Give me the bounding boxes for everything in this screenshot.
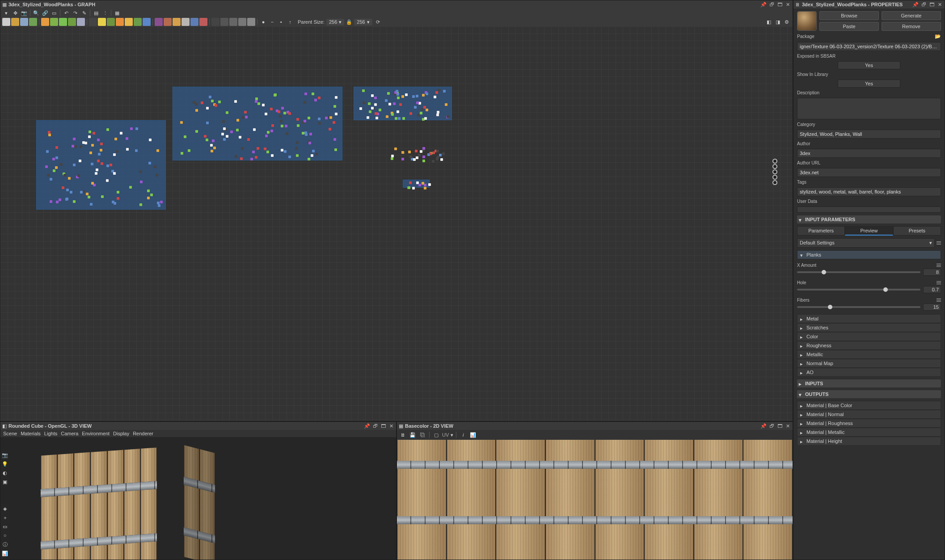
pin-icon[interactable]: 📌	[760, 1, 767, 8]
preset-select[interactable]: Default Settings ▾	[797, 238, 935, 248]
maximize-icon[interactable]: 🗖	[776, 1, 783, 8]
graph-node[interactable]	[296, 154, 299, 157]
graph-node[interactable]	[414, 106, 417, 109]
author-field[interactable]: 3dex	[797, 149, 941, 158]
graph-node[interactable]	[100, 149, 102, 152]
graph-node[interactable]	[408, 186, 410, 189]
graph-node[interactable]	[66, 189, 69, 191]
graph-node[interactable]	[297, 124, 300, 127]
graph-node[interactable]	[304, 131, 307, 134]
graph-node[interactable]	[434, 96, 436, 98]
graph-node[interactable]	[84, 142, 87, 144]
graph-node[interactable]	[325, 117, 328, 119]
x-amount-slider[interactable]	[797, 271, 920, 273]
graph-node[interactable]	[435, 91, 438, 94]
graph-node[interactable]	[428, 183, 431, 186]
graph-node[interactable]	[55, 146, 58, 149]
graph-node[interactable]	[369, 110, 371, 113]
graph-node[interactable]	[222, 120, 225, 123]
graph-node[interactable]	[253, 128, 256, 131]
graph-node[interactable]	[244, 111, 247, 114]
settings-icon[interactable]: ⚙	[783, 18, 791, 26]
graph-node[interactable]	[209, 96, 211, 98]
graph-node[interactable]	[156, 174, 158, 177]
graph-node[interactable]	[77, 174, 80, 177]
graph-node[interactable]	[160, 201, 163, 203]
graph-node[interactable]	[195, 130, 198, 133]
graph-node[interactable]	[309, 133, 312, 135]
hamburger-icon[interactable]	[937, 299, 941, 302]
graph-node[interactable]	[47, 174, 50, 177]
menu-scene[interactable]: Scene	[3, 431, 17, 436]
graph-node[interactable]	[83, 190, 85, 193]
graph-node[interactable]	[274, 93, 277, 96]
swatch-7[interactable]	[98, 18, 106, 26]
graph-node[interactable]	[318, 122, 321, 125]
group-normal-map[interactable]: ▸Normal Map	[797, 359, 941, 368]
graph-node[interactable]	[88, 135, 91, 138]
graph-node[interactable]	[308, 158, 310, 160]
graph-node[interactable]	[401, 158, 404, 160]
graph-node[interactable]	[52, 158, 55, 160]
swatch-3[interactable]	[59, 18, 67, 26]
output-material-roughness[interactable]: ▸Material | Roughness	[797, 419, 941, 428]
output-material-metallic[interactable]: ▸Material | Metallic	[797, 428, 941, 437]
graph-node[interactable]	[158, 204, 160, 207]
graph-node[interactable]	[318, 118, 321, 120]
graph-node[interactable]	[147, 197, 150, 199]
close-icon[interactable]: ✕	[388, 423, 394, 429]
graph-node[interactable]	[234, 100, 237, 103]
graph-canvas[interactable]	[0, 26, 793, 421]
graph-node[interactable]	[63, 174, 66, 177]
graph-node[interactable]	[215, 104, 217, 107]
menu-renderer[interactable]: Renderer	[133, 431, 153, 436]
graph-node[interactable]	[426, 109, 428, 111]
output-node[interactable]	[772, 169, 777, 174]
graph-node[interactable]	[279, 115, 282, 118]
arrow-up-icon[interactable]: ↑	[286, 18, 294, 26]
graph-node[interactable]	[147, 189, 150, 192]
swatch-22[interactable]	[238, 18, 246, 26]
save-icon[interactable]: 💾	[409, 431, 417, 439]
graph-node[interactable]	[375, 117, 378, 119]
graph-node[interactable]	[70, 191, 72, 194]
graph-node[interactable]	[247, 138, 250, 141]
graph-node[interactable]	[250, 158, 253, 160]
graph-node[interactable]	[181, 152, 183, 155]
graph-node[interactable]	[56, 201, 59, 203]
view3d-canvas[interactable]: 📷 💡 ◐ ▣ ◈ ＋ ▭ ○ ⓘ 📊	[0, 437, 396, 560]
graph-node[interactable]	[212, 139, 215, 142]
swatch-4[interactable]	[68, 18, 76, 26]
close-icon[interactable]: ✕	[785, 1, 791, 8]
graph-node[interactable]	[426, 93, 428, 95]
graph-node[interactable]	[80, 191, 83, 194]
graph-node[interactable]	[206, 122, 209, 124]
graph-node[interactable]	[90, 203, 93, 206]
graph-node[interactable]	[50, 178, 52, 181]
graph-node[interactable]	[278, 110, 280, 113]
graph-node[interactable]	[148, 162, 151, 164]
camera-icon[interactable]: 📷	[20, 9, 28, 17]
swatch-17[interactable]	[190, 18, 198, 26]
graph-node[interactable]	[288, 112, 291, 115]
graph-node[interactable]	[223, 127, 226, 130]
graph-node[interactable]	[88, 196, 90, 198]
graph-node[interactable]	[445, 103, 447, 106]
minus-icon[interactable]: −	[268, 18, 276, 26]
hamburger-icon[interactable]	[937, 241, 941, 244]
graph-node[interactable]	[68, 177, 71, 180]
graph-node[interactable]	[213, 147, 216, 149]
graph-node[interactable]	[271, 154, 274, 157]
graph-node[interactable]	[45, 165, 48, 168]
group-roughness[interactable]: ▸Roughness	[797, 341, 941, 350]
hole-value[interactable]: 0.7	[923, 286, 941, 293]
graph-node[interactable]	[129, 186, 132, 189]
graph-node[interactable]	[135, 127, 138, 130]
swatch-2[interactable]	[50, 18, 58, 26]
output-material-base-color[interactable]: ▸Material | Base Color	[797, 401, 941, 410]
graph-node[interactable]	[396, 90, 398, 93]
graph-node[interactable]	[398, 117, 401, 120]
maximize-icon[interactable]: 🗖	[380, 423, 386, 429]
graph-node[interactable]	[285, 125, 287, 127]
undo-icon[interactable]: ↶	[62, 9, 70, 17]
